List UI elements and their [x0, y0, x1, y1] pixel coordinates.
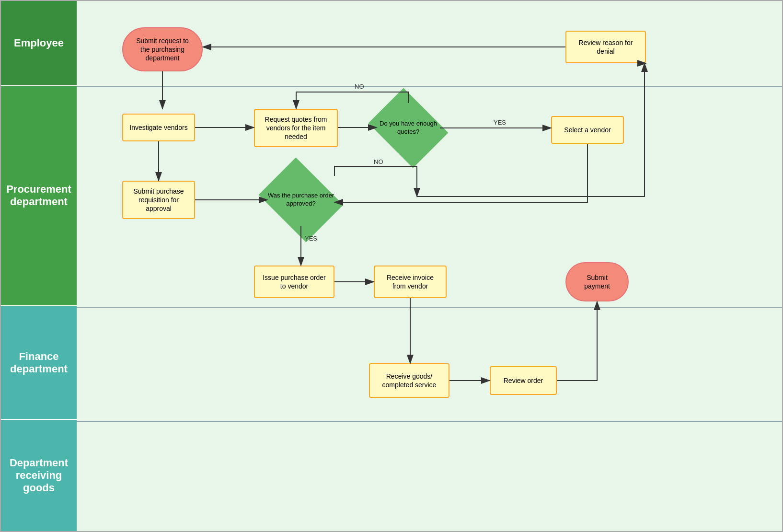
swimlane-labels: Employee Procurement department Finance …: [1, 1, 77, 531]
submit-payment-node: Submit payment: [565, 262, 629, 301]
enough-quotes-node: Do you have enough quotes?: [368, 88, 449, 168]
submit-request-node: Submit request to the purchasing departm…: [122, 27, 203, 71]
receive-invoice-node: Receive invoice from vendor: [374, 266, 447, 298]
label-receiving: Department receiving goods: [1, 420, 77, 531]
review-denial-node: Review reason for denial: [565, 31, 646, 63]
yes-label-quotes: YES: [494, 119, 506, 126]
arrow-select-to-po-no: [334, 144, 587, 202]
receive-goods-node: Receive goods/ completed service: [369, 363, 449, 398]
investigate-vendors-node: Investigate vendors: [122, 114, 195, 141]
po-approved-node: Was the purchase order approved?: [259, 158, 344, 243]
divider-3: [77, 421, 782, 422]
arrow-po-no: [334, 166, 417, 197]
finance-label: Finance department: [6, 350, 72, 375]
receive-invoice-text: Receive invoice from vendor: [380, 273, 440, 290]
divider-2: [77, 307, 782, 308]
receiving-label: Department receiving goods: [6, 457, 72, 494]
issue-po-node: Issue purchase order to vendor: [254, 266, 334, 298]
submit-request-text: Submit request to the purchasing departm…: [132, 36, 193, 63]
no-label-po: NO: [374, 158, 383, 165]
submit-requisition-text: Submit purchase requisition for approval: [129, 187, 188, 213]
procurement-label: Procurement department: [6, 183, 72, 208]
label-finance: Finance department: [1, 306, 77, 420]
arrow-review-to-payment: [557, 301, 597, 381]
divider-1: [77, 86, 782, 87]
label-procurement: Procurement department: [1, 86, 77, 306]
employee-label: Employee: [14, 37, 64, 49]
select-vendor-node: Select a vendor: [551, 116, 624, 144]
diagram-area: Submit request to the purchasing departm…: [77, 1, 782, 531]
enough-quotes-text: Do you have enough quotes?: [377, 120, 440, 136]
receive-goods-text: Receive goods/ completed service: [376, 372, 443, 389]
diagram-wrapper: Employee Procurement department Finance …: [0, 0, 783, 532]
review-order-node: Review order: [490, 366, 557, 395]
issue-po-text: Issue purchase order to vendor: [261, 273, 328, 290]
po-approved-text: Was the purchase order approved?: [267, 192, 334, 208]
submit-requisition-node: Submit purchase requisition for approval: [122, 181, 195, 219]
select-vendor-text: Select a vendor: [564, 126, 610, 134]
request-quotes-text: Request quotes from vendors for the item…: [261, 115, 331, 141]
request-quotes-node: Request quotes from vendors for the item…: [254, 109, 338, 147]
review-order-text: Review order: [504, 376, 543, 385]
label-employee: Employee: [1, 1, 77, 86]
submit-payment-text: Submit payment: [575, 273, 619, 290]
investigate-vendors-text: Investigate vendors: [129, 123, 187, 132]
review-denial-text: Review reason for denial: [572, 38, 639, 56]
